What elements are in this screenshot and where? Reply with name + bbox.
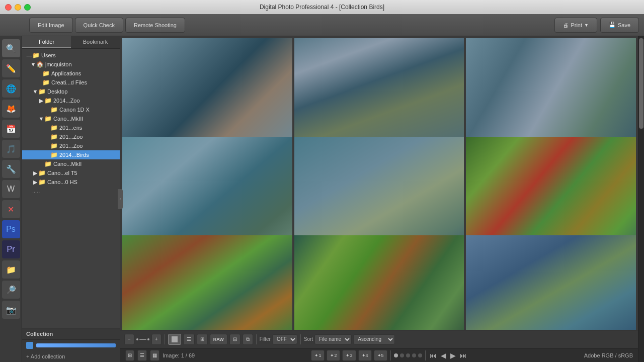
nav-last-button[interactable]: ⏭ bbox=[459, 350, 468, 360]
tree-item-cano-elt5[interactable]: ▶ 📁 Cano...el T5 bbox=[22, 168, 120, 177]
tree-item-birds[interactable]: 📁 2014...Birds bbox=[22, 150, 120, 159]
tree-item-created-files[interactable]: 📁 Creati...d Files bbox=[22, 78, 120, 87]
sidebar-icon-search[interactable]: 🔎 bbox=[2, 281, 20, 299]
sort-field-select[interactable]: File name Date Size bbox=[314, 334, 352, 344]
tree-arrow: ▼ bbox=[38, 116, 44, 122]
sidebar-icon-edit[interactable]: ✏️ bbox=[2, 59, 20, 77]
tree-item-applications[interactable]: 📁 Applications bbox=[22, 69, 120, 78]
tree-item-cano-mkii[interactable]: 📁 Cano...MkII bbox=[22, 159, 120, 168]
view-raw-button[interactable]: RAW bbox=[210, 334, 227, 345]
status-grid-icon[interactable]: ⊞ bbox=[125, 350, 134, 361]
tree-item-users[interactable]: — 📁 Users bbox=[22, 51, 120, 60]
photo-cell-7[interactable]: CR3 bbox=[122, 235, 292, 330]
window-controls bbox=[5, 4, 31, 11]
tree-item-cano-0hs[interactable]: ▶ 📁 Cano...0 HS bbox=[22, 177, 120, 187]
minimize-button[interactable] bbox=[15, 4, 21, 11]
tree-item-desktop[interactable]: ▼ 📁 Desktop bbox=[22, 87, 120, 96]
tree-item-jmcquiston[interactable]: ▼ 🏠 jmcquiston bbox=[22, 60, 120, 69]
status-detail-icon[interactable]: ▦ bbox=[150, 350, 159, 361]
sidebar-icon-music[interactable]: 🎵 bbox=[2, 140, 20, 158]
view-compare-button[interactable]: ⧉ bbox=[243, 334, 253, 345]
nav-next-button[interactable]: ▶ bbox=[449, 350, 457, 360]
collection-title: Collection bbox=[26, 331, 53, 337]
print-button[interactable]: 🖨 Print ▼ bbox=[554, 18, 597, 33]
tab-bookmark[interactable]: Bookmark bbox=[71, 36, 120, 48]
user-folder-icon: 🏠 bbox=[36, 61, 44, 68]
tree-item-zoo-2014[interactable]: ▶ 📁 2014...Zoo bbox=[22, 96, 120, 105]
view-single-button[interactable] bbox=[168, 334, 181, 345]
scrollbar-thumb[interactable] bbox=[639, 38, 643, 129]
tree-item-201-zoo1[interactable]: 📁 201...Zoo bbox=[22, 132, 120, 141]
zoom-out-button[interactable]: − bbox=[124, 334, 134, 345]
maximize-button[interactable] bbox=[24, 4, 31, 11]
color-dot-4[interactable] bbox=[412, 353, 416, 357]
folder-icon: 📁 bbox=[44, 115, 52, 122]
sidebar-icon-x[interactable]: ✕ bbox=[2, 200, 20, 218]
print-icon: 🖨 bbox=[563, 22, 569, 28]
photo-grid: CR3 CR3 CR3 CR3 bbox=[120, 36, 638, 330]
panel-collapse-handle[interactable]: ‹ bbox=[118, 189, 123, 209]
collection-item[interactable] bbox=[22, 340, 120, 351]
left-panel: Folder Bookmark — 📁 Users ▼ 🏠 jmcquiston… bbox=[22, 36, 120, 362]
status-list-icon[interactable]: ☰ bbox=[137, 350, 147, 361]
sidebar-icon-calendar[interactable]: 📅 bbox=[2, 120, 20, 138]
titlebar: Digital Photo Professional 4 - [Collecti… bbox=[0, 0, 644, 14]
rating-5-button[interactable]: ✦5 bbox=[374, 350, 387, 361]
sort-label: Sort bbox=[304, 336, 313, 342]
rating-1-button[interactable]: ✦1 bbox=[311, 350, 325, 361]
view-list-button[interactable]: ☰ bbox=[183, 334, 195, 345]
tree-item-201-zoo2[interactable]: 📁 201...Zoo bbox=[22, 141, 120, 150]
quick-check-button[interactable]: Quick Check bbox=[75, 18, 123, 33]
collection-section: Collection + Add collection bbox=[22, 328, 120, 362]
sidebar-icon-firefox[interactable]: 🦊 bbox=[2, 100, 20, 118]
add-collection-button[interactable]: + Add collection bbox=[22, 351, 120, 362]
status-bar-center: ✦1 ✦2 ✦3 ✦4 ✦5 ⏮ ◀ ▶ ⏭ bbox=[199, 350, 580, 361]
view-list-icon: ☰ bbox=[187, 336, 191, 342]
color-dot-3[interactable] bbox=[406, 353, 410, 357]
remote-shooting-button[interactable]: Remote Shooting bbox=[125, 18, 185, 33]
zoom-in-button[interactable]: + bbox=[151, 334, 162, 345]
rating-3-button[interactable]: ✦3 bbox=[342, 350, 356, 361]
sidebar-icon-tool1[interactable]: 🔧 bbox=[2, 160, 20, 178]
right-scrollbar[interactable] bbox=[638, 36, 644, 362]
view-grid3-button[interactable]: ⊟ bbox=[229, 334, 240, 345]
sidebar-icon-viewer[interactable]: 🔍 bbox=[2, 39, 20, 57]
print-dropdown-icon: ▼ bbox=[584, 23, 589, 28]
tree-item-201-ens[interactable]: 📁 201...ens bbox=[22, 123, 120, 132]
view-compare-icon: ⧉ bbox=[246, 336, 250, 342]
nav-first-button[interactable]: ⏮ bbox=[429, 350, 438, 360]
edit-image-button[interactable]: Edit Image bbox=[29, 18, 73, 33]
filter-select[interactable]: OFF ON bbox=[272, 334, 297, 344]
collection-header: Collection bbox=[22, 328, 120, 340]
close-button[interactable] bbox=[5, 4, 12, 11]
color-dot-1[interactable] bbox=[394, 353, 398, 357]
window-title: Digital Photo Professional 4 - [Collecti… bbox=[260, 4, 384, 11]
tree-item-dots: ..... bbox=[22, 187, 120, 195]
sidebar-icon-folder2[interactable]: 📁 bbox=[2, 260, 20, 279]
sidebar-icon-photos[interactable]: 📷 bbox=[2, 301, 20, 319]
view-grid2-button[interactable]: ⊞ bbox=[197, 334, 208, 345]
save-button[interactable]: 💾 Save bbox=[600, 18, 639, 33]
rating-2-button[interactable]: ✦2 bbox=[327, 350, 340, 361]
tree-item-canon1dx[interactable]: 📁 Canon 1D X bbox=[22, 105, 120, 114]
sidebar-icon-photoshop[interactable]: Ps bbox=[2, 220, 20, 238]
nav-prev-button[interactable]: ◀ bbox=[440, 350, 447, 360]
tree-arrow: ▼ bbox=[32, 88, 38, 95]
tree-item-cano-mkiii[interactable]: ▼ 📁 Cano...MkIII bbox=[22, 114, 120, 123]
sidebar-icon-word[interactable]: W bbox=[2, 180, 20, 198]
sidebar-icon-premiere[interactable]: Pr bbox=[2, 240, 20, 258]
sidebar-icon-chrome[interactable]: 🌐 bbox=[2, 79, 20, 98]
color-dot-5[interactable] bbox=[418, 353, 422, 357]
sidebar-icon-panel: 🔍 ✏️ 🌐 🦊 📅 🎵 🔧 W ✕ Ps Pr 📁 🔎 📷 bbox=[0, 36, 22, 362]
rating-4-button[interactable]: ✦4 bbox=[358, 350, 372, 361]
color-profile: Adobe RGB / sRGB bbox=[584, 352, 633, 358]
color-dot-2[interactable] bbox=[400, 353, 404, 357]
sort-order-select[interactable]: Ascending Descending bbox=[353, 334, 395, 344]
status-bar-left: ⊞ ☰ ▦ Image: 1 / 69 bbox=[125, 350, 195, 361]
folder-icon: 📁 bbox=[50, 124, 58, 131]
tab-folder[interactable]: Folder bbox=[22, 36, 71, 48]
toolbar-separator-3 bbox=[300, 334, 301, 344]
tree-arrow: ▶ bbox=[38, 98, 44, 104]
photo-cell-9[interactable]: CR3 bbox=[466, 235, 636, 330]
photo-cell-8[interactable]: CR3 bbox=[294, 235, 464, 330]
